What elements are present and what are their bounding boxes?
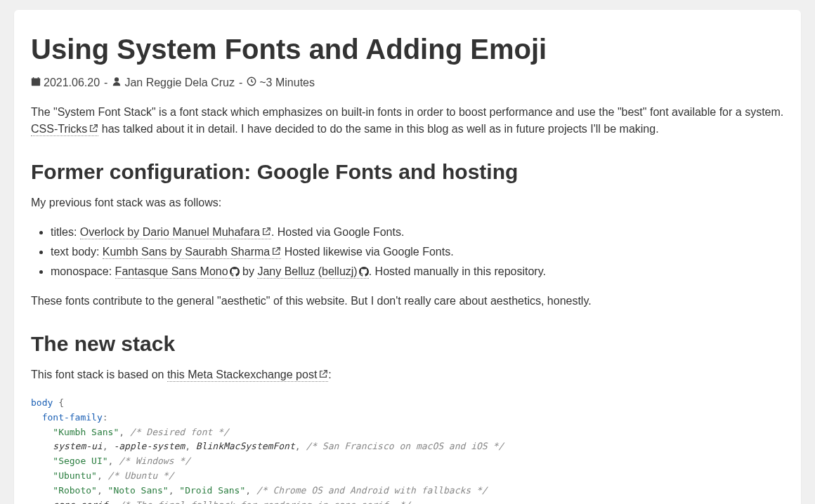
article-card: Using System Fonts and Adding Emoji 2021… — [14, 10, 801, 504]
calendar-icon — [31, 74, 41, 91]
list-item: text body: Kumbh Sans by Saurabh Sharma … — [51, 244, 784, 260]
svg-rect-2 — [33, 77, 34, 79]
section-heading: The new stack — [31, 328, 784, 359]
meta-separator: - — [104, 74, 107, 91]
post-title: Using System Fonts and Adding Emoji — [31, 28, 784, 70]
stackexchange-link[interactable]: this Meta Stackexchange post — [167, 369, 328, 382]
github-icon — [230, 265, 240, 274]
clock-icon — [247, 74, 256, 91]
svg-point-4 — [115, 77, 119, 81]
list-item: monospace: Fantasque Sans Mono by Jany B… — [51, 263, 784, 280]
font-list: titles: Overlock by Dario Manuel Muhafar… — [31, 224, 784, 280]
svg-rect-1 — [32, 79, 40, 81]
css-tricks-link[interactable]: CSS-Tricks — [31, 123, 98, 136]
post-meta: 2021.06.20 - Jan Reggie Dela Cruz - ~3 M… — [31, 74, 784, 91]
code-block: body { font-family: "Kumbh Sans", /* Des… — [31, 396, 784, 504]
list-item: titles: Overlock by Dario Manuel Muhafar… — [51, 224, 784, 241]
svg-rect-3 — [38, 77, 39, 79]
section-heading: Former configuration: Google Fonts and h… — [31, 156, 784, 187]
overlock-link[interactable]: Overlock by Dario Manuel Muhafara — [80, 226, 271, 239]
external-link-icon — [261, 225, 271, 234]
fantasque-link[interactable]: Fantasque Sans Mono — [115, 265, 240, 279]
external-link-icon — [318, 367, 328, 377]
github-icon — [359, 265, 369, 274]
section2-lead: This font stack is based on this Meta St… — [31, 366, 784, 383]
post-date: 2021.06.20 — [44, 74, 100, 91]
section1-lead: My previous font stack was as follows: — [31, 194, 784, 211]
external-link-icon — [271, 244, 281, 254]
user-icon — [112, 74, 122, 91]
section1-closing: These fonts contribute to the general "a… — [31, 293, 784, 310]
meta-separator: - — [239, 74, 242, 91]
belluzj-link[interactable]: Jany Belluz (belluzj) — [257, 265, 368, 279]
external-link-icon — [89, 121, 98, 131]
post-readtime: ~3 Minutes — [259, 74, 315, 91]
intro-paragraph: The "System Font Stack" is a font stack … — [31, 104, 784, 138]
post-author: Jan Reggie Dela Cruz — [124, 74, 235, 91]
kumbh-sans-link[interactable]: Kumbh Sans by Saurabh Sharma — [103, 246, 281, 259]
